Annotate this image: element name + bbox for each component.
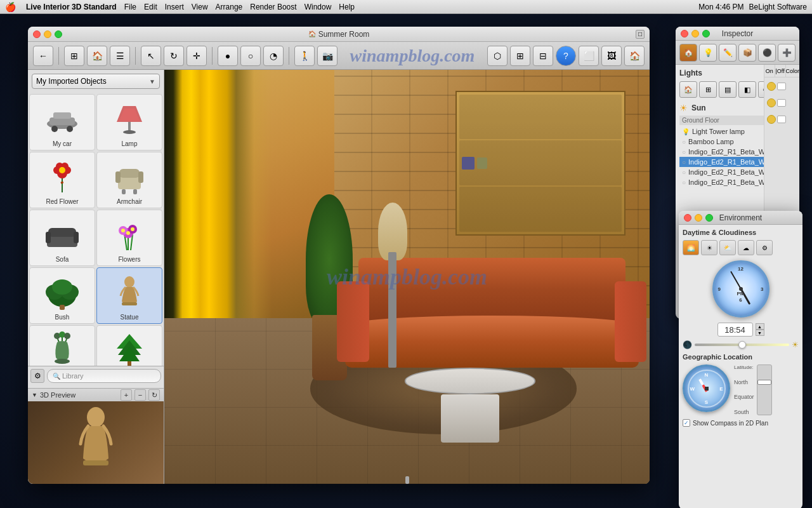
inspector-minimize-button[interactable]: [691, 30, 699, 37]
time-decrement-button[interactable]: ▼: [756, 330, 764, 336]
light-type-2[interactable]: ⊞: [699, 81, 717, 98]
env-minimize-button[interactable]: [695, 214, 702, 222]
time-input[interactable]: [717, 323, 753, 337]
walk-tool[interactable]: 🚶: [294, 46, 315, 66]
item-armchair[interactable]: Armchair: [96, 152, 162, 208]
sidebar-settings-button[interactable]: ⚙: [30, 369, 44, 383]
env-close-button[interactable]: [684, 214, 691, 222]
select-tool[interactable]: ↖: [141, 46, 161, 66]
view-2d[interactable]: ⬜: [579, 46, 599, 66]
svg-point-41: [124, 276, 134, 288]
reset-view-button[interactable]: ↻: [148, 389, 160, 401]
grid-view[interactable]: ⊞: [510, 46, 530, 66]
svg-rect-2: [53, 112, 71, 119]
geo-layout: N S E W Latitude: [683, 364, 799, 415]
preview-toggle-icon[interactable]: ▼: [32, 392, 37, 398]
time-increment-button[interactable]: ▲: [756, 323, 764, 330]
floor-view[interactable]: ⊟: [533, 46, 553, 66]
zoom-out-button[interactable]: −: [134, 389, 146, 401]
dt-settings[interactable]: ⚙: [756, 240, 773, 255]
off-label: |Off: [775, 65, 786, 77]
rooms-button[interactable]: 🏠: [87, 46, 107, 66]
move-tool[interactable]: ✛: [187, 46, 207, 66]
on-off-rows: [764, 77, 799, 128]
inspector-zoom-button[interactable]: [702, 30, 710, 37]
list-button[interactable]: ☰: [110, 46, 130, 66]
item-flowers[interactable]: Flowers: [96, 210, 162, 266]
bulb-indicator-0[interactable]: [767, 82, 776, 91]
item-bush[interactable]: Bush: [29, 267, 95, 324]
color-swatch-2[interactable]: [777, 116, 786, 123]
zoom-button[interactable]: □: [636, 30, 645, 39]
inspector-tab-room[interactable]: 🏠: [679, 44, 697, 62]
light-type-3[interactable]: ▤: [719, 81, 737, 98]
view-3d[interactable]: 🏠: [624, 46, 645, 66]
apple-menu[interactable]: 🍎: [5, 2, 16, 12]
light-type-4[interactable]: ◧: [738, 81, 756, 98]
dt-overcast[interactable]: ☁: [738, 240, 754, 255]
rotate-tool[interactable]: ↻: [164, 46, 184, 66]
arc-tool[interactable]: ◔: [263, 46, 284, 66]
zoom-in-button[interactable]: +: [121, 389, 132, 401]
inspector-close-button[interactable]: [681, 30, 688, 37]
item-lamp[interactable]: Lamp: [96, 94, 162, 150]
item-thumb-great-tree: [109, 330, 150, 366]
cube-view[interactable]: ⬡: [487, 46, 508, 66]
view-photo[interactable]: 🖼: [601, 46, 622, 66]
sidebar-search-box[interactable]: 🔍 Library: [47, 369, 161, 383]
resize-handle[interactable]: [405, 476, 409, 484]
clock: 12 3 6 9 PM: [712, 260, 769, 318]
item-great-tree[interactable]: Great Tree: [96, 325, 162, 366]
minimize-button[interactable]: [44, 30, 51, 38]
circle-tool[interactable]: ●: [218, 46, 238, 66]
item-sofa[interactable]: Sofa: [29, 210, 95, 266]
inspector-tab-light[interactable]: 💡: [699, 44, 717, 62]
ring-tool[interactable]: ○: [240, 46, 261, 66]
item-vase[interactable]: Vase: [29, 325, 95, 366]
color-swatch-1[interactable]: [777, 99, 786, 107]
clock-pm: PM: [737, 291, 745, 297]
inspector-tab-object[interactable]: 📦: [738, 44, 756, 62]
svg-rect-55: [83, 460, 108, 465]
bulb-icon-2: ○: [682, 149, 686, 156]
env-zoom-button[interactable]: [705, 214, 713, 222]
maximize-button[interactable]: [55, 30, 62, 38]
item-statue[interactable]: Statue: [96, 267, 162, 324]
dt-day[interactable]: ☀: [701, 240, 717, 255]
inspector-tab-material[interactable]: ✏️: [719, 44, 737, 62]
floor-plan-button[interactable]: ⊞: [64, 46, 84, 66]
menu-insert[interactable]: Insert: [165, 3, 184, 11]
latitude-slider[interactable]: [757, 364, 772, 415]
item-label-red-flower: Red Flower: [46, 198, 78, 205]
menu-view[interactable]: View: [192, 3, 208, 11]
menu-render[interactable]: Render Boost: [250, 3, 296, 11]
color-swatch-0[interactable]: [777, 83, 786, 90]
latitude-thumb: [757, 380, 771, 385]
item-red-flower[interactable]: Red Flower: [29, 152, 95, 208]
svg-point-35: [121, 229, 125, 232]
light-type-1[interactable]: 🏠: [679, 81, 697, 98]
menu-arrange[interactable]: Arrange: [216, 3, 243, 11]
close-button[interactable]: [33, 30, 41, 38]
preview-section: ▼ 3D Preview + − ↻: [28, 388, 164, 484]
item-my-car[interactable]: My car: [29, 94, 95, 150]
brightness-slider[interactable]: [695, 344, 789, 346]
menu-file[interactable]: File: [124, 3, 136, 11]
help-button[interactable]: ?: [556, 46, 576, 66]
dt-cloudy[interactable]: ⛅: [719, 240, 736, 255]
compass[interactable]: N S E W: [683, 364, 730, 412]
menu-help[interactable]: Help: [339, 3, 355, 11]
menu-window[interactable]: Window: [304, 3, 332, 11]
bulb-indicator-1[interactable]: [767, 98, 776, 107]
watermark: winampblog.com: [350, 46, 475, 66]
back-button[interactable]: ←: [33, 46, 53, 66]
camera-tool[interactable]: 📷: [317, 46, 337, 66]
imported-objects-dropdown[interactable]: My Imported Objects ▼: [32, 74, 160, 89]
show-compass-checkbox[interactable]: ✓: [683, 419, 690, 427]
preview-object-svg: [70, 404, 121, 481]
inspector-tab-add[interactable]: ➕: [778, 44, 796, 62]
inspector-tab-camera[interactable]: ⚫: [758, 44, 776, 62]
menu-edit[interactable]: Edit: [144, 3, 157, 11]
bulb-indicator-2[interactable]: [767, 115, 776, 124]
dt-sunrise[interactable]: 🌅: [683, 240, 699, 255]
